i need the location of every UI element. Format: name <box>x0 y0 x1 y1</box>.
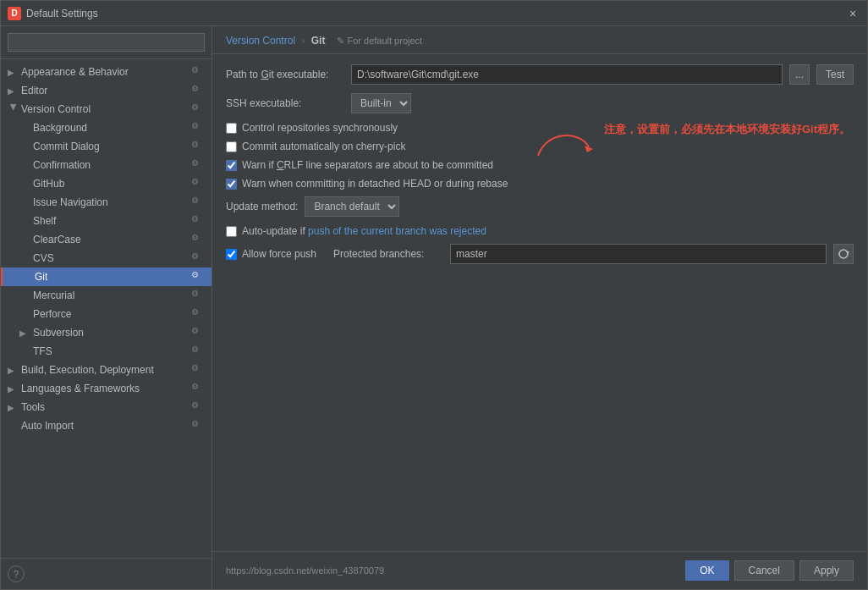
sidebar-item-appearance[interactable]: ▶ Appearance & Behavior ⚙ <box>1 63 212 81</box>
settings-icon: ⚙ <box>191 214 205 228</box>
allow-force-push-label: Allow force push <box>242 248 316 260</box>
sidebar-item-label: CVS <box>33 252 191 264</box>
breadcrumb-text: Version Control › Git <box>226 35 325 47</box>
breadcrumb-parent[interactable]: Version Control <box>226 35 295 47</box>
arrow-icon: ▶ <box>8 403 19 412</box>
sidebar-item-perforce[interactable]: ▶ Perforce ⚙ <box>1 305 212 323</box>
auto-update-label: Auto-update if push of the current branc… <box>242 225 486 237</box>
sidebar-item-tfs[interactable]: ▶ TFS ⚙ <box>1 342 212 361</box>
git-path-input[interactable] <box>351 64 783 85</box>
force-push-check: Allow force push <box>226 248 316 260</box>
sidebar-item-mercurial[interactable]: ▶ Mercurial ⚙ <box>1 286 212 305</box>
search-input[interactable] <box>8 33 205 52</box>
ssh-label: SSH executable: <box>226 97 344 109</box>
sidebar-item-editor[interactable]: ▶ Editor ⚙ <box>1 81 212 100</box>
title-bar-left: D Default Settings <box>8 7 98 20</box>
sidebar-item-shelf[interactable]: ▶ Shelf ⚙ <box>1 212 212 230</box>
sidebar-item-label: TFS <box>33 345 191 357</box>
breadcrumb: Version Control › Git ✎ For default proj… <box>212 26 867 54</box>
test-button[interactable]: Test <box>816 64 854 85</box>
settings-icon: ⚙ <box>191 196 205 209</box>
sidebar-item-label: Editor <box>21 85 191 96</box>
annotation-arrow <box>530 122 597 164</box>
sidebar-item-languages[interactable]: ▶ Languages & Frameworks ⚙ <box>1 379 212 398</box>
update-method-dropdown[interactable]: Branch default Merge Rebase <box>305 196 399 217</box>
sidebar-item-clearcase[interactable]: ▶ ClearCase ⚙ <box>1 230 212 249</box>
control-repos-checkbox[interactable] <box>226 123 237 134</box>
sidebar-item-label: Background <box>33 122 191 134</box>
ssh-dropdown[interactable]: Built-in Native <box>351 93 411 113</box>
update-method-label: Update method: <box>226 201 298 212</box>
help-button[interactable]: ? <box>8 565 25 582</box>
apply-button[interactable]: Apply <box>799 560 854 581</box>
sidebar-item-build[interactable]: ▶ Build, Execution, Deployment ⚙ <box>1 361 212 379</box>
main-panel: Version Control › Git ✎ For default proj… <box>212 26 867 589</box>
sidebar-item-label: GitHub <box>33 178 191 190</box>
sidebar-item-git[interactable]: ▶ Git ⚙ <box>1 267 212 286</box>
ssh-row: SSH executable: Built-in Native <box>226 93 854 113</box>
sidebar-item-label: Issue Navigation <box>33 196 191 208</box>
cancel-button[interactable]: Cancel <box>734 560 794 581</box>
protected-branches-label: Protected branches: <box>333 248 443 260</box>
close-button[interactable]: × <box>845 6 860 21</box>
sidebar-item-auto-import[interactable]: ▶ Auto Import ⚙ <box>1 416 212 435</box>
sidebar-item-label: Mercurial <box>33 289 191 301</box>
settings-icon: ⚙ <box>191 345 205 358</box>
sidebar-item-confirmation[interactable]: ▶ Confirmation ⚙ <box>1 156 212 174</box>
sidebar-item-cvs[interactable]: ▶ CVS ⚙ <box>1 249 212 267</box>
footer-url: https://blog.csdn.net/weixin_43870079 <box>226 565 384 576</box>
warn-detached-label: Warn when committing in detached HEAD or… <box>242 178 508 190</box>
browse-button[interactable]: ... <box>789 64 810 85</box>
sidebar-item-subversion[interactable]: ▶ Subversion ⚙ <box>1 323 212 342</box>
sidebar-bottom: ? <box>1 558 212 589</box>
sidebar-item-label: Languages & Frameworks <box>21 383 191 394</box>
sidebar-item-background[interactable]: ▶ Background ⚙ <box>1 119 212 137</box>
arrow-icon: ▶ <box>9 103 19 115</box>
settings-icon: ⚙ <box>191 84 205 97</box>
sidebar-item-tools[interactable]: ▶ Tools ⚙ <box>1 398 212 416</box>
sidebar-item-label: Git <box>35 271 191 283</box>
sidebar-item-label: Confirmation <box>33 159 191 171</box>
allow-force-push-checkbox[interactable] <box>226 249 237 260</box>
settings-icon: ⚙ <box>191 233 205 246</box>
ok-button[interactable]: OK <box>685 560 728 581</box>
arrow-icon: ▶ <box>8 366 19 375</box>
sync-button[interactable] <box>833 244 854 264</box>
settings-icon: ⚙ <box>191 102 205 116</box>
commit-auto-label: Commit automatically on cherry-pick <box>242 141 405 152</box>
sidebar-item-version-control[interactable]: ▶ Version Control ⚙ <box>1 100 212 119</box>
sidebar-item-label: Shelf <box>33 215 191 227</box>
sidebar-item-label: Perforce <box>33 308 191 320</box>
settings-icon: ⚙ <box>191 419 205 433</box>
settings-icon: ⚙ <box>191 121 205 135</box>
settings-icon: ⚙ <box>191 400 205 414</box>
app-icon: D <box>8 7 21 20</box>
sidebar-item-label: Auto Import <box>21 420 191 432</box>
arrow-icon: ▶ <box>8 384 19 394</box>
breadcrumb-current: Git <box>311 35 326 47</box>
warn-crlf-checkbox[interactable] <box>226 160 237 171</box>
sidebar: ▶ Appearance & Behavior ⚙ ▶ Editor ⚙ ▶ V… <box>1 26 212 589</box>
footer-buttons: OK Cancel Apply <box>685 560 854 581</box>
settings-icon: ⚙ <box>191 140 205 153</box>
arrow-icon: ▶ <box>19 328 31 338</box>
arrow-icon: ▶ <box>8 68 19 77</box>
search-box <box>1 26 212 59</box>
settings-window: D Default Settings × ▶ Appearance & Beha… <box>0 0 868 590</box>
sidebar-item-commit-dialog[interactable]: ▶ Commit Dialog ⚙ <box>1 137 212 156</box>
warn-detached-checkbox[interactable] <box>226 179 237 190</box>
force-push-row: Allow force push Protected branches: <box>226 244 854 264</box>
sidebar-item-label: Commit Dialog <box>33 141 191 152</box>
settings-icon: ⚙ <box>191 251 205 265</box>
breadcrumb-note: ✎ For default project <box>337 36 422 47</box>
auto-update-checkbox[interactable] <box>226 226 237 237</box>
settings-icon: ⚙ <box>191 326 205 339</box>
git-path-label: Path to Git executable: <box>226 69 344 80</box>
footer: https://blog.csdn.net/weixin_43870079 OK… <box>212 551 867 589</box>
sidebar-item-github[interactable]: ▶ GitHub ⚙ <box>1 174 212 193</box>
settings-icon: ⚙ <box>191 270 205 284</box>
commit-auto-checkbox[interactable] <box>226 141 237 152</box>
sidebar-item-issue-navigation[interactable]: ▶ Issue Navigation ⚙ <box>1 193 212 212</box>
protected-branches-input[interactable] <box>450 244 827 264</box>
settings-icon: ⚙ <box>191 382 205 395</box>
